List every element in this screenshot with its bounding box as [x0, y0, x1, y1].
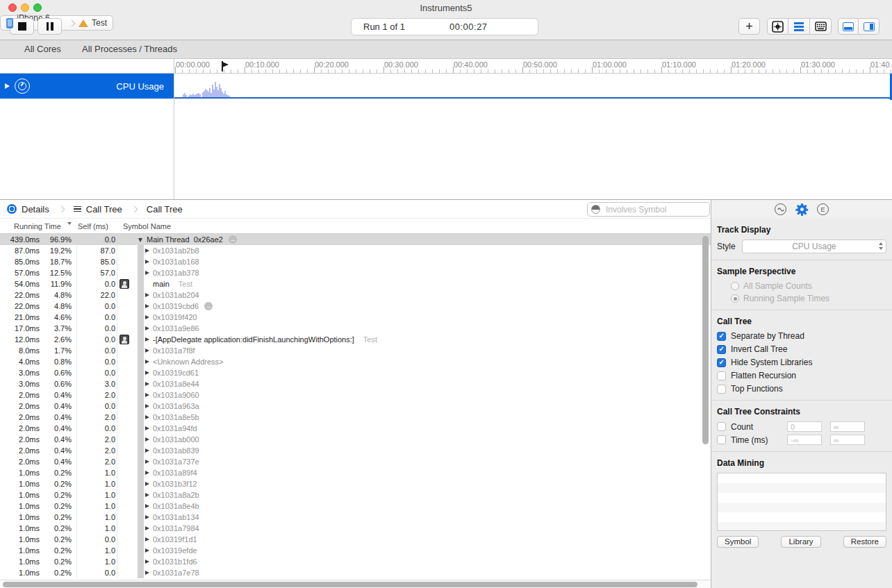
table-row[interactable]: 22.0ms4.8%22.00x1031ab204	[0, 289, 711, 301]
processes-filter-menu[interactable]: All Processes / Threads	[82, 40, 177, 58]
disclosure-closed-icon[interactable]	[145, 371, 149, 375]
table-row[interactable]: 2.0ms0.4%2.00x1031a9060	[0, 389, 711, 401]
strategy-view-button[interactable]	[810, 18, 832, 35]
disclosure-closed-icon[interactable]	[145, 348, 149, 353]
table-row[interactable]: 21.0ms4.6%0.00x10319f420	[0, 312, 711, 323]
library-button[interactable]: Library	[781, 536, 820, 548]
disclosure-open-icon[interactable]	[138, 238, 142, 242]
table-row[interactable]: 1.0ms0.2%1.00x1031a8e4b	[0, 501, 711, 512]
disclosure-closed-icon[interactable]	[145, 315, 149, 319]
constraint-max-input[interactable]	[830, 435, 865, 445]
constraint-min-input[interactable]	[787, 421, 822, 432]
disclosure-closed-icon[interactable]	[145, 404, 149, 408]
checkbox-checked-icon[interactable]	[717, 332, 726, 341]
instruments-settings-button[interactable]	[767, 18, 788, 35]
table-row[interactable]: 22.0ms4.8%0.00x10319cbd6→	[0, 301, 711, 312]
table-row[interactable]: 1.0ms0.2%1.00x10319efde	[0, 545, 711, 556]
pause-button[interactable]	[38, 18, 62, 35]
stop-recording-button[interactable]	[10, 18, 34, 35]
table-row[interactable]: 439.0ms96.9%0.0Main Thread 0x26ae2→	[0, 234, 711, 245]
table-row[interactable]: 2.0ms0.4%0.00x1031a963a	[0, 401, 711, 412]
table-row[interactable]: 1.0ms0.2%0.00x1031a7e78	[0, 567, 711, 578]
disclosure-closed-icon[interactable]	[145, 249, 149, 253]
table-row[interactable]: 2.0ms0.4%0.00x1031a94fd	[0, 423, 711, 434]
table-row[interactable]: 3.0ms0.6%0.00x10319cd61	[0, 367, 711, 378]
record-settings-tab[interactable]	[775, 203, 786, 215]
table-row[interactable]: 17.0ms3.7%0.00x1031a9e86	[0, 323, 711, 334]
table-row[interactable]: 85.0ms18.7%85.00x1031ab168	[0, 256, 711, 267]
table-row[interactable]: 1.0ms0.2%1.00x1031ab134	[0, 512, 711, 523]
disclosure-closed-icon[interactable]	[145, 382, 149, 386]
table-row[interactable]: 57.0ms12.5%57.00x1031ab378	[0, 267, 711, 278]
disclosure-closed-icon[interactable]	[145, 515, 149, 519]
checkbox-option[interactable]: Separate by Thread	[717, 331, 886, 341]
disclosure-closed-icon[interactable]	[145, 493, 149, 497]
disclosure-closed-icon[interactable]	[145, 560, 149, 564]
table-row[interactable]: 12.0ms2.6%0.0-[AppDelegate application:d…	[0, 334, 711, 345]
cpu-usage-graph[interactable]	[174, 74, 892, 99]
restore-button[interactable]: Restore	[843, 536, 886, 548]
symbol-button[interactable]: Symbol	[717, 536, 759, 548]
radio-selected-icon[interactable]	[731, 294, 739, 303]
add-instrument-button[interactable]: +	[738, 18, 760, 35]
table-row[interactable]: 2.0ms0.4%2.00x1031a8e5b	[0, 412, 711, 423]
breadcrumb-details[interactable]: Details	[7, 204, 49, 215]
disclosure-closed-icon[interactable]	[145, 471, 149, 475]
table-row[interactable]: 1.0ms0.2%1.00x1031b3f12	[0, 478, 711, 489]
checkbox-option[interactable]: Top Functions	[717, 384, 886, 394]
horizontal-scrollbar-thumb[interactable]	[3, 582, 697, 587]
table-row[interactable]: 3.0ms0.6%3.00x1031a8e44	[0, 378, 711, 389]
disclosure-closed-icon[interactable]	[145, 526, 149, 530]
checkbox-option[interactable]: Flatten Recursion	[717, 371, 886, 380]
disclosure-closed-icon[interactable]	[145, 260, 149, 264]
breadcrumb-call-tree[interactable]: Call Tree	[74, 204, 122, 215]
column-running-time[interactable]: Running Time	[14, 222, 61, 230]
checkbox-unchecked-icon[interactable]	[717, 371, 726, 380]
checkbox-option[interactable]: Hide System Libraries	[717, 358, 886, 367]
toggle-right-pane-button[interactable]	[859, 18, 879, 35]
data-mining-list[interactable]	[717, 473, 886, 531]
disclosure-closed-icon[interactable]	[145, 360, 149, 364]
checkbox-checked-icon[interactable]	[717, 358, 726, 367]
display-settings-tab-selected[interactable]	[795, 203, 808, 216]
table-row[interactable]: 1.0ms0.2%1.00x1031a7984	[0, 523, 711, 534]
table-row[interactable]: 8.0ms1.7%0.00x1031a7f8f	[0, 345, 711, 356]
radio-option[interactable]: Running Sample Times	[731, 294, 886, 303]
vertical-scrollbar-thumb[interactable]	[702, 236, 709, 444]
disclosure-closed-icon[interactable]	[145, 271, 149, 275]
table-row[interactable]: 87.0ms19.2%87.00x1031ab2b8	[0, 245, 711, 256]
disclosure-closed-icon[interactable]	[145, 537, 149, 541]
focus-arrow-icon[interactable]: →	[229, 235, 237, 244]
disclosure-closed-icon[interactable]	[145, 415, 149, 419]
toggle-bottom-pane-button[interactable]	[838, 18, 859, 35]
table-row[interactable]: 1.0ms0.2%0.00x10319f1d1	[0, 534, 711, 545]
table-row[interactable]: 4.0ms0.8%0.0<Unknown Address>	[0, 356, 711, 367]
column-symbol-name[interactable]: Symbol Name	[123, 222, 171, 230]
column-self-ms[interactable]: Self (ms)	[78, 222, 108, 230]
playhead-flag-icon[interactable]	[222, 61, 229, 72]
disclosure-closed-icon[interactable]	[145, 426, 149, 430]
disclosure-closed-icon[interactable]	[145, 448, 149, 453]
disclosure-closed-icon[interactable]	[145, 437, 149, 442]
radio-option[interactable]: All Sample Counts	[731, 281, 886, 291]
search-input[interactable]	[604, 204, 709, 215]
list-view-button[interactable]	[788, 18, 810, 35]
disclosure-closed-icon[interactable]	[145, 460, 149, 464]
constraint-min-input[interactable]	[787, 435, 822, 445]
disclosure-closed-icon[interactable]	[145, 337, 149, 342]
style-select[interactable]: CPU Usage	[742, 240, 886, 253]
disclosure-closed-icon[interactable]	[145, 504, 149, 508]
breadcrumb-call-tree-2[interactable]: Call Tree	[147, 204, 183, 215]
disclosure-closed-icon[interactable]	[145, 326, 149, 330]
table-row[interactable]: 2.0ms0.4%2.00x1031ab839	[0, 445, 711, 456]
checkbox-checked-icon[interactable]	[717, 345, 726, 354]
checkbox-unchecked-icon[interactable]	[717, 435, 726, 444]
track-disclosure-icon[interactable]	[5, 83, 10, 89]
table-row[interactable]: 2.0ms0.4%2.00x1031ab000	[0, 434, 711, 445]
focus-arrow-icon[interactable]: →	[204, 302, 213, 310]
checkbox-option[interactable]: Invert Call Tree	[717, 344, 886, 354]
cpu-usage-track-header[interactable]: CPU Usage	[0, 74, 174, 99]
table-row[interactable]: 1.0ms0.2%1.00x1031a8a2b	[0, 489, 711, 501]
table-row[interactable]: 1.0ms0.2%1.00x1031b1fd6	[0, 556, 711, 567]
table-row[interactable]: 54.0ms11.9%0.0mainTest	[0, 278, 711, 289]
